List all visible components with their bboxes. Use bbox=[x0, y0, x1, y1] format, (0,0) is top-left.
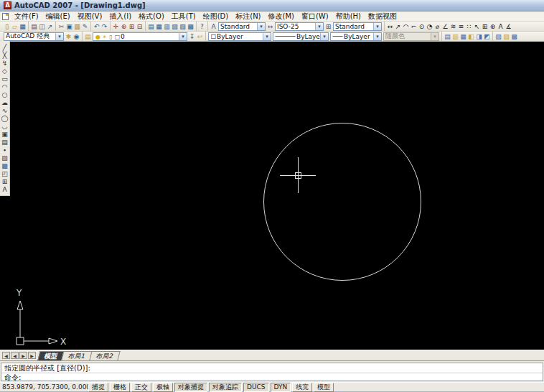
continue-dimension-icon[interactable]: ∷ bbox=[465, 22, 473, 31]
command-input-line[interactable]: 命令: bbox=[1, 373, 543, 382]
menu-window[interactable]: 窗口(W) bbox=[298, 11, 332, 21]
multiline-text-icon[interactable]: A bbox=[1, 185, 9, 193]
workspace-combo[interactable]: AutoCAD 经典 ▾ bbox=[4, 32, 64, 41]
osnap-toggle[interactable]: 对象捕捉 bbox=[174, 383, 207, 392]
quick-leader-icon[interactable]: ↖ bbox=[473, 22, 481, 31]
table-icon[interactable]: ⊞ bbox=[1, 177, 9, 185]
small-tool-icon-8[interactable]: ▨ bbox=[502, 32, 510, 41]
tab-next-button[interactable]: ▶ bbox=[19, 352, 27, 359]
arc-length-dimension-icon[interactable]: ◠ bbox=[402, 22, 410, 31]
zoom-realtime-icon[interactable]: ⊕ bbox=[120, 22, 128, 31]
small-tool-icon-9[interactable]: ▩ bbox=[510, 32, 518, 41]
menu-dimension[interactable]: 标注(N) bbox=[232, 11, 264, 21]
tab-layout2[interactable]: 布局2 bbox=[89, 351, 120, 360]
ordinate-dimension-icon[interactable]: ⌐ bbox=[410, 22, 418, 31]
small-tool-icon-4[interactable]: ◧ bbox=[467, 32, 475, 41]
my-workspace-icon[interactable]: ◉ bbox=[72, 32, 80, 41]
radius-dimension-icon[interactable]: ⊙ bbox=[418, 22, 426, 31]
tool-palettes-icon[interactable]: ▥ bbox=[163, 22, 171, 31]
ortho-toggle[interactable]: 正交 bbox=[131, 383, 151, 392]
chevron-down-icon[interactable]: ▾ bbox=[263, 33, 271, 40]
layer-previous-icon[interactable]: ↩ bbox=[196, 32, 204, 41]
undo-icon[interactable]: ↶ bbox=[93, 22, 100, 31]
small-tool-icon-7[interactable]: ▧ bbox=[494, 32, 502, 41]
layer-on-icon[interactable]: ● bbox=[95, 34, 101, 40]
help-icon[interactable]: ? bbox=[198, 22, 206, 31]
workspace-settings-icon[interactable]: ✱ bbox=[65, 32, 72, 41]
diameter-dimension-icon[interactable]: ⌀ bbox=[433, 22, 441, 31]
gradient-icon[interactable]: ▩ bbox=[1, 162, 9, 169]
quickcalc-icon[interactable]: ▩ bbox=[187, 22, 194, 31]
chevron-down-icon[interactable]: ▾ bbox=[55, 33, 63, 40]
lineweight-combo[interactable]: —— ByLayer ▾ bbox=[330, 32, 382, 41]
zoom-window-icon[interactable]: ⊞ bbox=[128, 22, 136, 31]
insert-block-icon[interactable]: ▣ bbox=[1, 130, 9, 138]
small-tool-icon-6[interactable]: ◩ bbox=[483, 32, 491, 41]
zoom-previous-icon[interactable]: ⊟ bbox=[136, 22, 144, 31]
drawing-window-icon[interactable] bbox=[2, 13, 9, 20]
color-combo[interactable]: □ ByLayer ▾ bbox=[208, 32, 271, 41]
hatch-icon[interactable]: ▨ bbox=[1, 154, 9, 162]
circle-icon[interactable]: ○ bbox=[1, 90, 9, 98]
paste-icon[interactable]: ▥ bbox=[73, 22, 81, 31]
rectangle-icon[interactable]: ▭ bbox=[1, 75, 9, 83]
polygon-icon[interactable]: ◇ bbox=[1, 67, 9, 75]
chevron-down-icon[interactable]: ▾ bbox=[320, 33, 328, 40]
menu-view[interactable]: 视图(V) bbox=[74, 11, 106, 21]
aligned-dimension-icon[interactable]: ↗ bbox=[394, 22, 402, 31]
properties-icon[interactable]: ▤ bbox=[147, 22, 155, 31]
new-icon[interactable]: ▯ bbox=[3, 22, 11, 31]
arc-icon[interactable]: ◠ bbox=[1, 83, 9, 90]
snap-toggle[interactable]: 捕捉 bbox=[88, 383, 108, 392]
chevron-down-icon[interactable]: ▾ bbox=[179, 33, 187, 40]
sheet-set-manager-icon[interactable]: ▧ bbox=[171, 22, 179, 31]
table-style-combo[interactable]: Standard ▾ bbox=[333, 22, 382, 31]
chevron-down-icon[interactable]: ▾ bbox=[373, 33, 381, 40]
ellipse-arc-icon[interactable]: ◡ bbox=[1, 122, 9, 130]
point-icon[interactable]: ∙ bbox=[1, 146, 9, 154]
make-object-layer-current-icon[interactable]: ↧ bbox=[188, 32, 196, 41]
plot-preview-icon[interactable]: ◫ bbox=[38, 22, 46, 31]
tolerance-icon[interactable]: ⊞ bbox=[481, 22, 489, 31]
menu-format[interactable]: 格式(O) bbox=[135, 11, 168, 21]
spline-icon[interactable]: ∿ bbox=[1, 106, 9, 114]
layer-combo[interactable]: ●☀▯□ 0 ▾ bbox=[93, 32, 187, 41]
save-icon[interactable]: ▦ bbox=[19, 22, 27, 31]
menu-modify[interactable]: 修改(M) bbox=[265, 11, 298, 21]
layer-color-swatch[interactable]: □ bbox=[114, 34, 121, 40]
grid-toggle[interactable]: 栅格 bbox=[110, 383, 130, 392]
region-icon[interactable]: ◰ bbox=[1, 169, 9, 177]
tab-prev-button[interactable]: ◀ bbox=[11, 352, 19, 359]
match-properties-icon[interactable]: ✎ bbox=[81, 22, 89, 31]
otrack-toggle[interactable]: 对象追踪 bbox=[209, 383, 242, 392]
ellipse-icon[interactable]: ◯ bbox=[1, 114, 9, 122]
menu-edit[interactable]: 编辑(E) bbox=[42, 11, 74, 21]
open-icon[interactable]: ▱ bbox=[11, 22, 19, 31]
copy-icon[interactable]: ▣ bbox=[65, 22, 73, 31]
jogged-dimension-icon[interactable]: ◔ bbox=[426, 22, 433, 31]
designcenter-icon[interactable]: ▦ bbox=[155, 22, 163, 31]
chevron-down-icon[interactable]: ▾ bbox=[257, 23, 265, 30]
dyn-toggle[interactable]: DYN bbox=[271, 383, 291, 392]
layer-properties-manager-icon[interactable]: ▤ bbox=[84, 32, 92, 41]
tab-last-button[interactable]: ▶ bbox=[28, 352, 36, 359]
tab-model[interactable]: 模型 bbox=[37, 351, 64, 360]
angular-dimension-icon[interactable]: ∠ bbox=[441, 22, 449, 31]
dimension-edit-icon[interactable]: A bbox=[497, 22, 505, 31]
chevron-down-icon[interactable]: ▾ bbox=[315, 23, 323, 30]
text-style-combo[interactable]: Standard ▾ bbox=[218, 22, 266, 31]
menu-insert[interactable]: 插入(I) bbox=[105, 11, 135, 21]
chevron-down-icon[interactable]: ▾ bbox=[373, 23, 381, 30]
dimension-text-edit-icon[interactable]: ∡ bbox=[505, 22, 512, 31]
menu-tools[interactable]: 工具(T) bbox=[168, 11, 200, 21]
make-block-icon[interactable]: ▤ bbox=[1, 138, 9, 146]
construction-line-icon[interactable]: ╳ bbox=[1, 51, 9, 59]
model-toggle[interactable]: 模型 bbox=[314, 383, 334, 392]
small-tool-icon-2[interactable]: ▥ bbox=[451, 32, 459, 41]
cut-icon[interactable]: ✂ bbox=[57, 22, 65, 31]
small-tool-icon-5[interactable]: ◨ bbox=[475, 32, 483, 41]
center-mark-icon[interactable]: ⊕ bbox=[489, 22, 497, 31]
ducs-toggle[interactable]: DUCS bbox=[243, 383, 269, 392]
menu-help[interactable]: 帮助(H) bbox=[332, 11, 365, 21]
redo-icon[interactable]: ↷ bbox=[100, 22, 108, 31]
